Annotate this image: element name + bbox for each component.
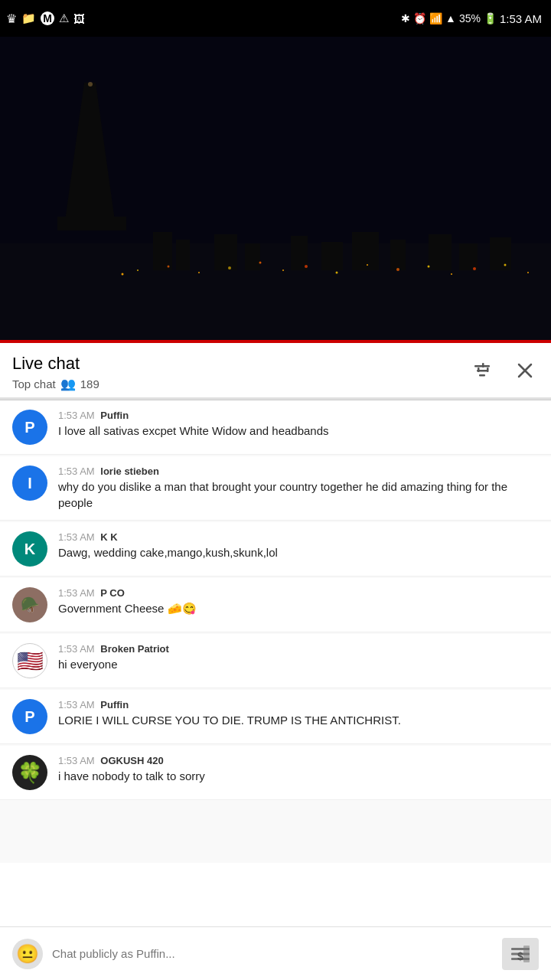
status-icons-left: ♛ 📁 M ⚠ 🖼: [6, 11, 85, 26]
battery-percent: 35%: [459, 12, 481, 24]
avatar: I: [12, 466, 47, 501]
message-meta: 1:53 AM Broken Patriot: [58, 643, 539, 655]
message-text: hi everyone: [58, 656, 539, 672]
svg-point-21: [228, 266, 231, 270]
message-username: Broken Patriot: [100, 643, 169, 655]
svg-rect-4: [57, 217, 126, 230]
svg-rect-45: [523, 946, 530, 962]
message-body: 1:53 AM P COGovernment Cheese 🧀😋: [58, 587, 539, 616]
message-meta: 1:53 AM Puffin: [58, 699, 539, 710]
wifi-icon: 📶: [429, 12, 442, 24]
crown-icon: ♛: [6, 11, 17, 26]
chat-message: P1:53 AM PuffinLORIE I WILL CURSE YOU TO…: [0, 690, 551, 744]
chat-message: P1:53 AM PuffinI love all sativas excpet…: [0, 400, 551, 455]
chat-message: 🍀1:53 AM OGKUSH 420i have nobody to talk…: [0, 746, 551, 800]
svg-text:$: $: [517, 950, 523, 962]
chat-input-bar: 😐 $: [0, 926, 551, 980]
message-username: Puffin: [100, 410, 129, 421]
svg-point-23: [282, 270, 284, 271]
svg-rect-6: [153, 232, 172, 270]
time: 1:53 AM: [500, 12, 542, 25]
chat-messages-area: P1:53 AM PuffinI love all sativas excpet…: [0, 400, 551, 863]
svg-point-20: [198, 272, 200, 273]
filter-icon: [471, 360, 493, 381]
header-action-icons: [468, 357, 539, 384]
avatar: P: [12, 410, 47, 445]
emoji-button[interactable]: 😐: [12, 939, 43, 969]
live-chat-header: Live chat Top chat 👥 189: [0, 343, 551, 398]
message-meta: 1:53 AM Puffin: [58, 410, 539, 421]
status-icons-right: ✱ ⏰ 📶 ▲ 35% 🔋 1:53 AM: [401, 12, 542, 25]
svg-point-33: [88, 82, 93, 87]
svg-rect-11: [321, 242, 343, 270]
svg-point-29: [451, 273, 452, 275]
svg-point-31: [504, 264, 507, 266]
live-chat-subtitle[interactable]: Top chat 👥 189: [12, 377, 99, 391]
people-icon: 👥: [60, 377, 76, 391]
send-button[interactable]: $: [502, 938, 539, 970]
bluetooth-icon: ✱: [401, 12, 410, 24]
svg-rect-9: [245, 243, 260, 270]
message-body: 1:53 AM OGKUSH 420i have nobody to talk …: [58, 755, 539, 784]
message-username: P CO: [100, 587, 125, 599]
filter-button[interactable]: [468, 357, 496, 384]
message-body: 1:53 AM lorie stiebenwhy do you dislike …: [58, 466, 539, 511]
video-progress-bar[interactable]: [0, 340, 551, 343]
svg-point-25: [336, 272, 338, 274]
message-meta: 1:53 AM P CO: [58, 587, 539, 599]
live-chat-title: Live chat: [12, 354, 99, 374]
svg-rect-36: [479, 374, 485, 377]
warning-icon: ⚠: [59, 11, 69, 25]
message-body: 1:53 AM PuffinLORIE I WILL CURSE YOU TO …: [58, 699, 539, 728]
battery-icon: 🔋: [484, 12, 497, 24]
avatar: P: [12, 699, 47, 734]
avatar: 🍀: [12, 755, 47, 790]
svg-point-27: [396, 268, 399, 271]
viewer-count: 189: [80, 377, 99, 390]
cityscape-svg: [0, 37, 551, 343]
chat-message: 🪖1:53 AM P COGovernment Cheese 🧀😋: [0, 578, 551, 632]
message-body: 1:53 AM PuffinI love all sativas excpet …: [58, 410, 539, 439]
avatar: K: [12, 531, 47, 567]
svg-rect-10: [291, 236, 308, 270]
image-icon: 🖼: [73, 12, 85, 25]
top-chat-label: Top chat: [12, 377, 56, 390]
alarm-icon: ⏰: [413, 12, 426, 24]
svg-rect-15: [459, 243, 478, 270]
message-username: OGKUSH 420: [100, 755, 163, 766]
message-text: why do you dislike a man that brought yo…: [58, 479, 539, 511]
svg-point-24: [305, 265, 308, 268]
message-text: I love all sativas excpet White Widow an…: [58, 423, 539, 439]
video-player[interactable]: [0, 37, 551, 343]
meta-icon: M: [41, 11, 54, 25]
chat-input-field[interactable]: [52, 938, 493, 970]
message-meta: 1:53 AM OGKUSH 420: [58, 755, 539, 766]
svg-rect-13: [390, 240, 406, 270]
chat-title-group: Live chat Top chat 👥 189: [12, 354, 99, 391]
svg-point-17: [122, 273, 124, 276]
message-username: lorie stieben: [100, 466, 159, 477]
svg-rect-8: [214, 234, 237, 270]
send-icon: $: [510, 945, 531, 963]
message-body: 1:53 AM Broken Patriothi everyone: [58, 643, 539, 672]
chat-message: K1:53 AM K KDawg, wedding cake,mango,kus…: [0, 522, 551, 577]
chat-message: I1:53 AM lorie stiebenwhy do you dislike…: [0, 456, 551, 521]
svg-point-28: [428, 266, 430, 268]
message-text: i have nobody to talk to sorry: [58, 768, 539, 784]
avatar: 🪖: [12, 587, 47, 622]
svg-rect-7: [176, 240, 190, 270]
close-button[interactable]: [511, 357, 539, 384]
close-icon: [514, 360, 536, 381]
message-text: Dawg, wedding cake,mango,kush,skunk,lol: [58, 544, 539, 560]
message-text: LORIE I WILL CURSE YOU TO DIE. TRUMP IS …: [58, 712, 539, 728]
svg-rect-39: [487, 368, 489, 372]
svg-point-22: [259, 262, 262, 264]
signal-icon: ▲: [445, 12, 456, 24]
svg-point-30: [473, 267, 476, 270]
svg-rect-16: [490, 237, 511, 270]
chat-message: 🇺🇸1:53 AM Broken Patriothi everyone: [0, 634, 551, 688]
folder-icon: 📁: [21, 11, 36, 25]
message-meta: 1:53 AM lorie stieben: [58, 466, 539, 477]
emoji-icon: 😐: [16, 943, 39, 965]
avatar: 🇺🇸: [12, 643, 47, 678]
